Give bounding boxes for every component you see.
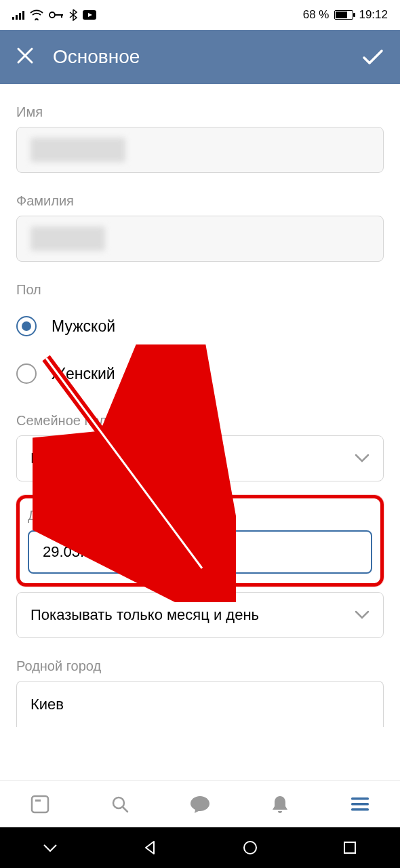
radio-label: Женский — [52, 365, 115, 383]
select-value: Не указано — [31, 450, 108, 467]
status-right: 68 % 19:12 — [303, 8, 388, 22]
redacted-text — [31, 226, 105, 251]
svg-rect-11 — [35, 800, 41, 802]
sys-recent[interactable] — [329, 834, 370, 861]
status-bar: 68 % 19:12 — [0, 0, 400, 30]
app-header: Основное — [0, 30, 400, 84]
radio-icon — [16, 363, 37, 384]
select-value: Киев — [31, 696, 64, 713]
relationship-select[interactable]: Не указано — [16, 435, 384, 481]
svg-rect-16 — [351, 808, 369, 811]
page-title: Основное — [41, 46, 359, 68]
sys-dropdown[interactable] — [30, 834, 71, 861]
gender-option-male[interactable]: Мужской — [16, 307, 384, 345]
dob-input[interactable]: 29.03.1992 — [28, 530, 372, 574]
svg-rect-10 — [32, 796, 48, 812]
close-button[interactable] — [16, 47, 41, 67]
radio-label: Мужской — [52, 317, 115, 336]
gender-option-female[interactable]: Женский — [16, 355, 384, 393]
sys-back[interactable] — [129, 834, 170, 861]
battery-icon — [334, 10, 353, 20]
confirm-button[interactable] — [359, 48, 384, 66]
svg-point-17 — [244, 842, 256, 854]
name-input[interactable] — [16, 127, 384, 173]
svg-rect-18 — [344, 842, 355, 853]
svg-rect-2 — [19, 13, 21, 20]
svg-rect-6 — [61, 14, 62, 18]
svg-line-13 — [123, 807, 127, 812]
svg-rect-0 — [12, 17, 14, 20]
hometown-label: Родной город — [16, 658, 384, 674]
dob-value: 29.03.1992 — [43, 543, 117, 561]
key-icon — [49, 11, 64, 19]
system-nav-bar — [0, 827, 400, 868]
dob-highlight: Дата рождения 29.03.1992 — [16, 495, 384, 587]
svg-point-4 — [49, 12, 55, 18]
wifi-icon — [30, 9, 43, 20]
chevron-down-icon — [355, 450, 369, 467]
tab-messages[interactable] — [183, 787, 217, 821]
redacted-text — [31, 138, 125, 162]
select-value: Показывать только месяц и день — [31, 606, 259, 624]
svg-rect-15 — [351, 803, 369, 806]
svg-rect-1 — [16, 15, 18, 20]
tab-notifications[interactable] — [263, 787, 297, 821]
battery-percent: 68 % — [303, 8, 329, 22]
signal-icon — [12, 10, 24, 20]
gender-label: Пол — [16, 282, 384, 298]
bottom-tab-bar — [0, 780, 400, 827]
svg-rect-3 — [22, 11, 24, 20]
tab-search[interactable] — [103, 787, 137, 821]
hometown-select[interactable]: Киев — [16, 681, 384, 727]
surname-input[interactable] — [16, 216, 384, 262]
radio-icon — [16, 316, 37, 336]
bluetooth-icon — [69, 9, 77, 21]
dob-visibility-select[interactable]: Показывать только месяц и день — [16, 592, 384, 638]
relationship-label: Семейное положение — [16, 413, 384, 429]
clock: 19:12 — [359, 8, 388, 22]
form-body: Имя Фамилия Пол Мужской Женский Семейное… — [0, 84, 400, 780]
surname-label: Фамилия — [16, 193, 384, 209]
tab-menu[interactable] — [343, 787, 377, 821]
dob-label: Дата рождения — [28, 508, 372, 524]
chevron-down-icon — [355, 606, 369, 624]
youtube-icon — [83, 10, 96, 20]
svg-rect-14 — [351, 797, 369, 800]
sys-home[interactable] — [230, 834, 271, 861]
name-label: Имя — [16, 104, 384, 120]
status-left — [12, 9, 96, 21]
tab-news[interactable] — [23, 787, 57, 821]
